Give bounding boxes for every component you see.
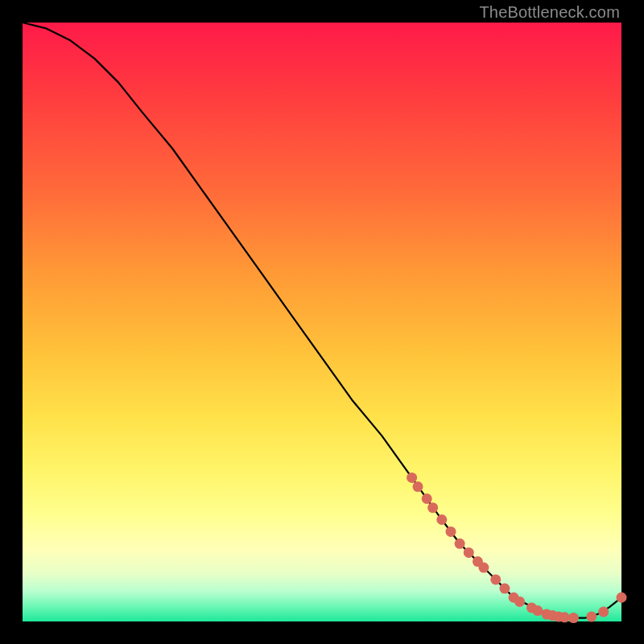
chart-stage: TheBottleneck.com [0,0,644,644]
plot-area [23,23,621,621]
bottleneck-curve [23,23,621,618]
highlighted-marker [532,605,543,616]
highlighted-marker [407,473,417,483]
highlighted-marker [464,547,474,558]
highlighted-marker [422,493,432,504]
highlighted-marker [427,502,438,513]
highlighted-marker [514,597,525,607]
highlighted-marker [499,584,510,594]
watermark-text: TheBottleneck.com [479,3,620,22]
highlighted-marker [455,539,465,549]
chart-overlay-svg [23,23,621,621]
highlighted-marker [445,526,456,537]
highlighted-marker [436,514,447,525]
highlighted-marker [586,612,597,622]
highlighted-marker [478,563,489,573]
highlighted-marker [617,592,627,603]
highlighted-marker [559,612,570,622]
highlighted-marker [568,613,579,623]
highlighted-marker-group [407,473,626,623]
highlighted-marker [413,481,423,492]
highlighted-marker [490,574,501,584]
highlighted-marker [598,607,609,617]
